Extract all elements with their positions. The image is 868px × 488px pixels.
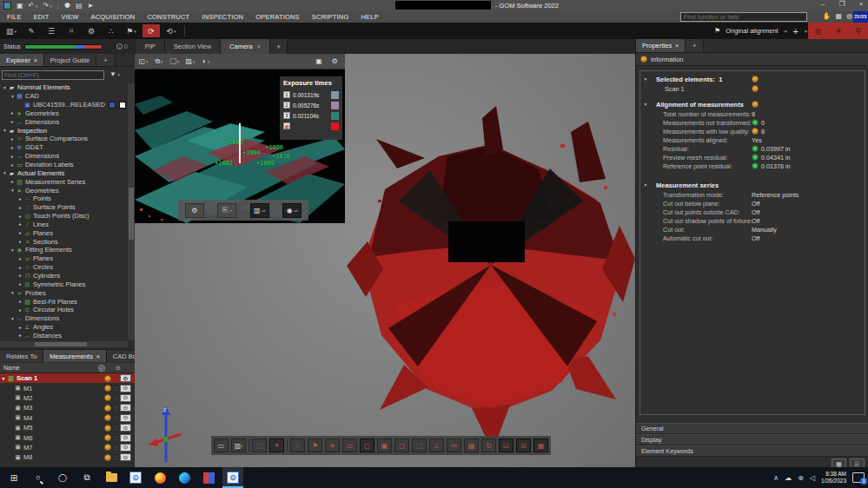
menu-view[interactable]: VIEW xyxy=(62,13,79,21)
tree-item-lines[interactable]: ▸∕Lines xyxy=(0,221,128,229)
fixture-button[interactable]: ⬚ xyxy=(412,439,427,452)
display-mode-button[interactable]: 🖵▾ xyxy=(168,56,182,68)
state-warning-icon[interactable]: → xyxy=(104,414,111,421)
drag-select-button[interactable]: ⬚ xyxy=(252,439,267,452)
filter-icon[interactable]: ▼ ▾ xyxy=(109,70,120,78)
tree-item-dimensions[interactable]: ▸↔Dimensions xyxy=(0,117,128,126)
section-element-keywords[interactable]: Element Keywords xyxy=(636,445,868,457)
state-warning-icon[interactable]: → xyxy=(104,444,111,451)
view-mode-button[interactable]: ◱▾ xyxy=(136,56,150,68)
measurement-series-header[interactable]: ▾Measurement series xyxy=(640,181,865,189)
recalculate-button[interactable]: ⟳ xyxy=(142,24,160,37)
taskbar-file-explorer-icon[interactable] xyxy=(101,467,122,488)
cam-settings-button[interactable]: ⚙ xyxy=(185,203,204,218)
tree-item-circular-holes[interactable]: ▸⊙Circular Holes xyxy=(0,306,128,314)
camera-select-button[interactable]: ▣ xyxy=(312,56,326,68)
cursor-icon[interactable]: ➤ xyxy=(88,2,94,10)
camera-live-view[interactable]: +1005+1004+1008+1010+1002+1009 Exposure … xyxy=(135,69,345,223)
add-alignment-button[interactable]: + xyxy=(793,26,798,36)
tree-item-angles[interactable]: ▸∠Angles xyxy=(0,323,128,332)
tree-item-ubc41539-released[interactable]: ▣UBC41539...RELEASED xyxy=(0,101,128,109)
tree-item-cylinders[interactable]: ▸⊓Cylinders xyxy=(0,272,128,280)
tree-item-nominal-elements[interactable]: ▾▰Nominal Elements xyxy=(0,83,128,92)
tab-properties[interactable]: Properties× xyxy=(636,39,686,52)
tree-expander[interactable]: ▸ xyxy=(17,205,23,210)
measurement-row-m7[interactable]: ▣M7→∷⊙ xyxy=(0,443,135,452)
check-box-button[interactable]: ☑ xyxy=(499,439,514,452)
measurement-row-m4[interactable]: ▣M4→∷⊙ xyxy=(0,413,135,423)
tree-expander[interactable]: ▸ xyxy=(10,179,16,184)
visibility-toggle[interactable]: ⊙ xyxy=(120,385,131,392)
volume-icon[interactable]: ◁ xyxy=(810,474,815,482)
tree-expander[interactable]: ▸ xyxy=(10,154,16,159)
tree-item-best-fit-planes[interactable]: ▸▨Best-Fit Planes xyxy=(0,297,128,306)
snapshot-icon[interactable]: ▣ xyxy=(17,2,23,10)
state-warning-icon[interactable]: → xyxy=(104,385,111,392)
tree-expander[interactable]: ▸ xyxy=(17,273,23,278)
label-tag-button[interactable]: ▭ xyxy=(342,439,357,452)
keyboard-icon[interactable]: ▤ xyxy=(76,2,83,10)
tree-item-dimensions[interactable]: ▾↔Dimensions xyxy=(0,314,128,323)
close-tab-icon[interactable]: × xyxy=(257,43,261,49)
tree-expander[interactable]: ▸ xyxy=(10,119,16,124)
scene-id-button[interactable]: ▥ ▾ xyxy=(231,439,246,452)
tree-expander[interactable]: ▸ xyxy=(17,239,23,244)
state-warning-icon[interactable]: → xyxy=(104,405,111,412)
menu-construct[interactable]: CONSTRUCT xyxy=(147,13,189,21)
measurement-row-m2[interactable]: ▣M2→∷⊙ xyxy=(0,393,135,403)
tree-item-gd-t[interactable]: ▸⊕GD&T xyxy=(0,143,128,152)
section-general[interactable]: General xyxy=(636,423,868,434)
explorer-find-input[interactable] xyxy=(2,70,104,80)
close-tab-icon[interactable]: × xyxy=(675,43,679,49)
add-tab-button[interactable]: + xyxy=(686,39,704,52)
tree-item-sections[interactable]: ▸≡Sections xyxy=(0,237,128,246)
tree-expander[interactable]: ▾ xyxy=(10,316,16,321)
exposure-row[interactable]: ⊘ xyxy=(283,121,339,131)
measurement-row-m1[interactable]: ▣M1→∷⊙ xyxy=(0,383,135,392)
color-grid-button[interactable]: ▦ xyxy=(533,439,548,452)
state-warning-icon[interactable]: → xyxy=(104,434,111,441)
taskbar-clock[interactable]: 8:38 AM 1/26/2023 xyxy=(821,471,846,485)
close-button[interactable]: × xyxy=(856,0,866,8)
tree-item-touch-points-disc-[interactable]: ▸◎Touch Points (Disc) xyxy=(0,212,128,221)
close-box-button[interactable]: ☒ xyxy=(516,439,531,452)
grid-button[interactable]: ▦ xyxy=(464,439,479,452)
tree-item-circles[interactable]: ▸○Circles xyxy=(0,263,128,272)
alignment-dropdown-caret[interactable]: ▼ xyxy=(784,29,788,34)
tree-expander[interactable]: ▸ xyxy=(17,281,23,287)
tree-expander[interactable]: ▾ xyxy=(10,247,16,253)
cad-edge-swatch[interactable] xyxy=(119,102,126,109)
tree-item-surface-points[interactable]: ▸∵Surface Points xyxy=(0,203,128,212)
row-expander[interactable]: ▾ xyxy=(0,376,7,381)
scan-mesh-model[interactable] xyxy=(343,96,635,467)
menu-file[interactable]: FILE xyxy=(7,13,22,21)
section-box-button[interactable]: ◻ xyxy=(394,439,409,452)
crop-button[interactable]: ⌗ xyxy=(63,24,80,37)
selected-element-item[interactable]: Scan 1→ xyxy=(640,84,865,93)
redo-icon[interactable]: ↷ ▾ xyxy=(43,2,52,10)
tree-item-points[interactable]: ▸∴Points xyxy=(0,195,128,203)
settings-gear-button[interactable]: ⚙ xyxy=(83,24,100,37)
viewport-3d[interactable]: ◱▾⧉▾🖵▾▨▾◐▾▣⚙ xyxy=(135,54,635,467)
camera-settings-button[interactable]: ⚙ xyxy=(328,56,341,68)
tree-expander[interactable]: ▾ xyxy=(2,85,8,90)
view-tab-pip[interactable]: PIP xyxy=(136,39,165,54)
tree-expander[interactable]: ▸ xyxy=(17,299,23,304)
visibility-toggle[interactable]: ⊙ xyxy=(120,394,131,402)
taskbar-cortana-icon[interactable]: ◯ xyxy=(52,467,73,488)
add-view-tab-button[interactable]: + xyxy=(270,39,288,54)
hidden-icons-chevron[interactable]: ∧ xyxy=(773,474,779,482)
laser-cross-button[interactable]: ✳ xyxy=(835,27,842,36)
explorer-tab-project-guide[interactable]: Project Guide xyxy=(44,54,96,66)
link-elements-button[interactable]: ⚯ xyxy=(447,439,461,452)
undo-icon[interactable]: ↶ ▾ xyxy=(29,2,38,10)
flag-button[interactable]: ⚑▾ xyxy=(123,24,140,37)
pause-button[interactable]: ⏸ xyxy=(269,439,284,452)
taskbar-gom-active-icon[interactable]: ⊙ xyxy=(222,467,243,488)
tree-expander[interactable]: ▾ xyxy=(2,170,8,175)
tree-expander[interactable]: ▸ xyxy=(17,256,23,261)
frame-button[interactable]: ◻ xyxy=(360,439,374,452)
alignment-selector[interactable]: ⚑ Original alignment ▼ + ▼ xyxy=(714,23,808,39)
tree-item-probes[interactable]: ▾∝Probes xyxy=(0,288,128,297)
visibility-toggle[interactable]: ⊙ xyxy=(120,404,131,412)
